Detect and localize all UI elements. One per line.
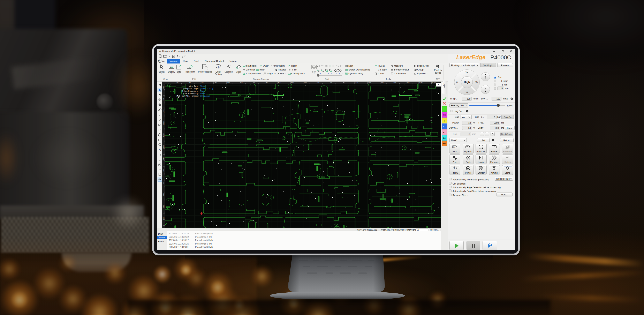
svg-text:800: 800	[163, 217, 165, 220]
svg-text:600: 600	[304, 82, 307, 84]
svg-text:1200: 1200	[163, 121, 165, 125]
svg-text:750: 750	[342, 82, 345, 84]
svg-text:850: 850	[368, 82, 371, 84]
svg-text:Y+: Y+	[466, 71, 468, 74]
svg-text:1: 1	[218, 66, 219, 68]
svg-text:X+: X+	[475, 81, 478, 84]
svg-text:1100: 1100	[163, 145, 165, 149]
svg-text:500: 500	[278, 82, 281, 84]
svg-text:950: 950	[163, 182, 165, 184]
svg-text:100: 100	[176, 82, 178, 84]
svg-text:950: 950	[394, 82, 396, 84]
svg-text:800: 800	[355, 82, 358, 84]
svg-text:350: 350	[240, 82, 242, 84]
svg-text:300: 300	[227, 82, 230, 84]
svg-text:650: 650	[316, 82, 320, 84]
svg-text:1300: 1300	[163, 98, 165, 101]
svg-text:Y-: Y-	[466, 91, 468, 94]
svg-text:1050: 1050	[163, 157, 165, 160]
svg-text:550: 550	[291, 82, 294, 84]
svg-text:High: High	[464, 80, 470, 84]
svg-text:1350: 1350	[163, 86, 165, 90]
svg-text:900: 900	[381, 82, 384, 84]
svg-text:SIM: SIM	[453, 146, 455, 148]
svg-text:400: 400	[252, 82, 255, 84]
svg-text:250: 250	[214, 82, 217, 84]
svg-text:$: $	[454, 167, 455, 169]
svg-text:1050: 1050	[419, 82, 423, 84]
svg-text:1000: 1000	[406, 82, 410, 84]
svg-text:A: A	[159, 148, 161, 151]
svg-text:X-: X-	[456, 81, 458, 84]
svg-text:150: 150	[188, 82, 191, 84]
svg-text:1000: 1000	[163, 169, 165, 172]
svg-text:850: 850	[163, 205, 165, 208]
svg-text:1150: 1150	[163, 133, 165, 137]
svg-text:1250: 1250	[163, 110, 165, 113]
svg-text:200: 200	[201, 82, 204, 84]
svg-text:700: 700	[330, 82, 332, 84]
svg-text:450: 450	[266, 82, 268, 84]
svg-text:900: 900	[163, 193, 165, 196]
svg-text:1100: 1100	[432, 82, 436, 84]
